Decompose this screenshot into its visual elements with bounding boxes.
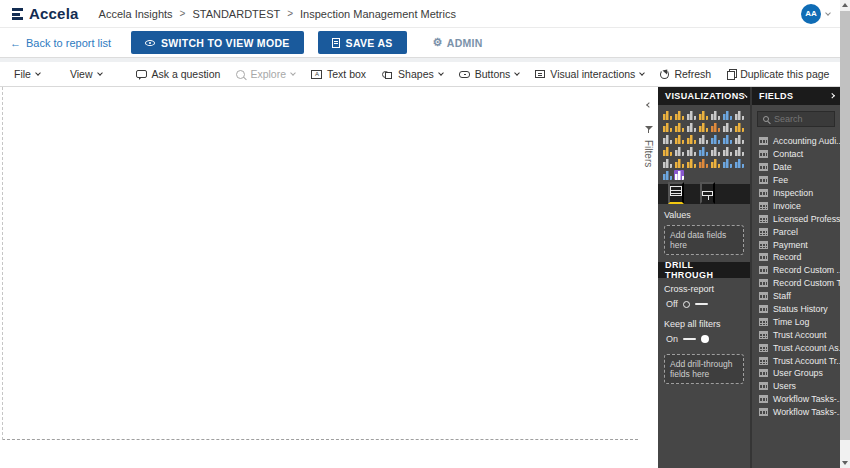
gauge-icon[interactable] xyxy=(662,146,672,156)
keep-all-filters-toggle[interactable]: On xyxy=(666,334,744,344)
treemap-icon[interactable] xyxy=(698,134,708,144)
donut-chart-icon[interactable] xyxy=(686,134,696,144)
visual-interactions-button[interactable]: Visual interactions xyxy=(527,68,652,80)
r-script-visual-icon[interactable] xyxy=(662,158,672,168)
collapse-panel-chevron-right-icon[interactable] xyxy=(829,94,834,99)
field-table-row[interactable]: Parcel xyxy=(752,225,840,238)
scrollbar-up-arrow-icon[interactable] xyxy=(842,3,848,7)
ribbon-chart-icon[interactable] xyxy=(710,122,720,132)
stacked-column-chart-icon[interactable] xyxy=(674,110,684,120)
100-stacked-bar-chart-icon[interactable] xyxy=(710,110,720,120)
breadcrumb-item-workspace[interactable]: STANDARDTEST xyxy=(192,8,280,20)
button-shape-icon xyxy=(459,71,470,78)
stacked-area-chart-icon[interactable] xyxy=(674,122,684,132)
field-table-row[interactable]: Staff xyxy=(752,290,840,303)
custom-visual-selected-icon[interactable] xyxy=(674,170,684,180)
pie-chart-icon[interactable] xyxy=(674,134,684,144)
field-table-row[interactable]: Workflow Tasks-... xyxy=(752,393,840,406)
shapes-button[interactable]: Shapes xyxy=(374,68,451,80)
field-table-row[interactable]: Trust Account xyxy=(752,328,840,341)
field-table-row[interactable]: Payment xyxy=(752,238,840,251)
field-table-row[interactable]: Fee xyxy=(752,174,840,187)
file-menu[interactable]: File xyxy=(10,68,44,80)
field-table-row[interactable]: Record xyxy=(752,251,840,264)
line-chart-icon[interactable] xyxy=(734,110,744,120)
table-grid-icon xyxy=(759,266,768,274)
scrollbar-thumb[interactable] xyxy=(840,11,850,440)
cross-report-toggle[interactable]: Off xyxy=(666,299,744,309)
text-box-button[interactable]: Text box xyxy=(303,68,374,80)
multi-row-card-icon[interactable] xyxy=(686,146,696,156)
field-table-row[interactable]: Contact xyxy=(752,148,840,161)
tab-format[interactable] xyxy=(700,182,715,204)
field-table-row[interactable]: Trust Account As... xyxy=(752,341,840,354)
kpi-icon[interactable] xyxy=(698,146,708,156)
funnel-chart-icon[interactable] xyxy=(734,122,744,132)
search-input[interactable] xyxy=(774,114,829,124)
card-icon[interactable] xyxy=(674,146,684,156)
power-apps-visual-icon[interactable] xyxy=(662,170,672,180)
slicer-icon[interactable] xyxy=(710,146,720,156)
100-stacked-column-chart-icon[interactable] xyxy=(722,110,732,120)
field-table-row[interactable]: Status History xyxy=(752,303,840,316)
line-stacked-column-chart-icon[interactable] xyxy=(686,122,696,132)
smart-narrative-icon[interactable] xyxy=(722,158,732,168)
stacked-bar-chart-icon[interactable] xyxy=(662,110,672,120)
back-to-report-list-link[interactable]: ← Back to report list xyxy=(10,37,111,49)
map-icon[interactable] xyxy=(710,134,720,144)
tab-fields[interactable] xyxy=(668,182,684,204)
drill-through-dropzone[interactable]: Add drill-through fields here xyxy=(664,354,744,384)
duplicate-page-button[interactable]: Duplicate this page xyxy=(719,68,837,80)
filters-expand-button[interactable] xyxy=(647,95,651,110)
python-visual-icon[interactable] xyxy=(674,158,684,168)
accela-logo[interactable]: Accela xyxy=(10,5,79,22)
values-dropzone[interactable]: Add data fields here xyxy=(664,225,744,255)
field-table-row[interactable]: Record Custom ... xyxy=(752,264,840,277)
field-table-row[interactable]: Licensed Profess... xyxy=(752,212,840,225)
format-paint-roller-icon xyxy=(702,191,713,196)
line-clustered-column-chart-icon[interactable] xyxy=(698,122,708,132)
save-as-button[interactable]: SAVE AS xyxy=(318,31,407,54)
avatar-chevron-down-icon[interactable] xyxy=(825,10,831,16)
vertical-scrollbar[interactable] xyxy=(840,0,850,468)
ask-a-question-button[interactable]: Ask a question xyxy=(128,68,229,80)
waterfall-chart-icon[interactable] xyxy=(722,122,732,132)
main-area: Filters VISUALIZATIONS Values Add d xyxy=(0,87,840,468)
qa-visual-icon[interactable] xyxy=(710,158,720,168)
admin-button[interactable]: ⚙ ADMIN xyxy=(433,37,483,49)
key-influencers-icon[interactable] xyxy=(686,158,696,168)
switch-to-view-mode-button[interactable]: SWITCH TO VIEW MODE xyxy=(131,31,304,54)
clustered-column-chart-icon[interactable] xyxy=(698,110,708,120)
clustered-bar-chart-icon[interactable] xyxy=(686,110,696,120)
field-table-row[interactable]: User Groups xyxy=(752,367,840,380)
table-grid-icon xyxy=(759,228,768,236)
field-table-row[interactable]: Inspection xyxy=(752,187,840,200)
field-table-label: Licensed Profess... xyxy=(773,214,840,224)
field-table-row[interactable]: Accounting Audi... xyxy=(752,135,840,148)
field-table-row[interactable]: Date xyxy=(752,161,840,174)
field-table-row[interactable]: Record Custom T... xyxy=(752,277,840,290)
fields-search-box[interactable] xyxy=(757,111,835,127)
refresh-button[interactable]: Refresh xyxy=(652,68,719,80)
report-canvas[interactable] xyxy=(0,87,639,468)
field-table-row[interactable]: Trust Account Tr... xyxy=(752,354,840,367)
decomposition-tree-icon[interactable] xyxy=(698,158,708,168)
breadcrumb-item-insights[interactable]: Accela Insights xyxy=(99,8,173,20)
scrollbar-down-arrow-icon[interactable] xyxy=(842,461,848,465)
field-table-row[interactable]: Invoice xyxy=(752,199,840,212)
scatter-chart-icon[interactable] xyxy=(662,134,672,144)
filled-map-icon[interactable] xyxy=(722,134,732,144)
avatar[interactable]: AA xyxy=(801,4,821,24)
explore-button[interactable]: Explore xyxy=(228,68,303,80)
paginated-report-icon[interactable] xyxy=(734,158,744,168)
matrix-icon[interactable] xyxy=(734,146,744,156)
field-table-row[interactable]: Users xyxy=(752,380,840,393)
view-menu[interactable]: View xyxy=(66,68,106,80)
breadcrumb: Accela Insights > STANDARDTEST > Inspect… xyxy=(99,8,456,20)
area-chart-icon[interactable] xyxy=(662,122,672,132)
field-table-row[interactable]: Workflow Tasks-... xyxy=(752,406,840,419)
buttons-button[interactable]: Buttons xyxy=(451,68,528,80)
field-table-row[interactable]: Time Log xyxy=(752,315,840,328)
shape-map-icon[interactable] xyxy=(734,134,744,144)
table-icon[interactable] xyxy=(722,146,732,156)
